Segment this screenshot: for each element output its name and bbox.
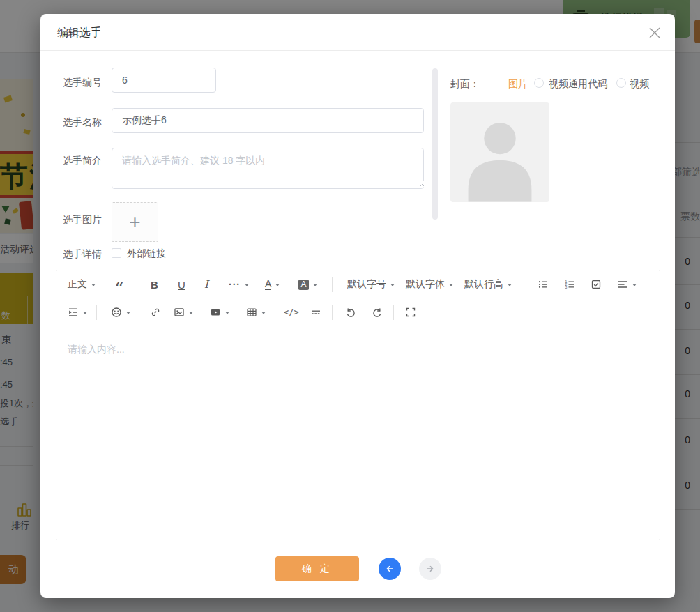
dialog-header: 编辑选手 <box>40 14 675 51</box>
cover-image-preview[interactable] <box>450 102 549 202</box>
italic-button[interactable]: I <box>204 270 208 298</box>
field-label-player-detail: 选手详情 <box>63 248 102 259</box>
page-root: 选择模板 节活 活动评选 数 束 :45 :45 投1次，最 选手 排行 动 <box>0 0 700 612</box>
arrow-left-icon <box>384 563 395 574</box>
code-icon[interactable]: </> <box>284 298 299 326</box>
bold-button[interactable]: B <box>151 270 158 298</box>
chevron-down-icon <box>313 284 317 289</box>
chevron-down-icon <box>91 284 96 289</box>
field-label-player-number: 选手编号 <box>63 77 102 88</box>
field-label-player-image: 选手图片 <box>63 214 102 225</box>
more-styles-dropdown[interactable]: ··· <box>229 270 249 298</box>
field-label-player-intro: 选手简介 <box>63 155 102 166</box>
player-number-input[interactable] <box>112 68 216 93</box>
font-size-dropdown[interactable]: 默认字号 <box>347 270 395 298</box>
indent-dropdown[interactable] <box>68 298 87 326</box>
toolbar-divider <box>526 277 526 292</box>
toolbar-divider <box>332 277 333 292</box>
chevron-down-icon <box>508 284 512 289</box>
player-name-input[interactable] <box>112 108 424 133</box>
redo-icon[interactable] <box>372 298 383 326</box>
toolbar-divider <box>96 305 97 320</box>
field-label-player-name: 选手名称 <box>63 116 102 128</box>
dialog-title: 编辑选手 <box>57 26 102 40</box>
bullet-list-icon[interactable] <box>538 270 549 298</box>
font-family-dropdown[interactable]: 默认字体 <box>406 270 453 298</box>
form-scrollbar[interactable] <box>432 68 438 220</box>
editor-content-area[interactable] <box>56 326 660 540</box>
line-height-dropdown[interactable]: 默认行高 <box>464 270 512 298</box>
rich-text-editor: 正文 “ B U I ··· A A 默认字号 默认字体 默认行高 123 <box>56 270 660 540</box>
edit-player-dialog: 编辑选手 选手编号 选手名称 选手简介 选手图片 + 选手详情 外部链接 封面：… <box>40 14 675 598</box>
cover-radio-video-label[interactable]: 视频 <box>630 78 649 91</box>
video-dropdown[interactable] <box>210 298 229 326</box>
cover-radio-embed-code-label[interactable]: 视频通用代码 <box>549 78 607 91</box>
previous-player-button[interactable] <box>379 558 401 580</box>
underline-button[interactable]: U <box>178 270 185 298</box>
arrow-right-icon <box>425 563 436 574</box>
background-color-dropdown[interactable]: A <box>298 270 317 298</box>
ordered-list-icon[interactable]: 123 <box>564 270 575 298</box>
svg-text:3: 3 <box>565 285 568 289</box>
divider-line-icon[interactable] <box>310 298 321 326</box>
next-player-button[interactable] <box>419 558 441 580</box>
confirm-button[interactable]: 确 定 <box>275 556 359 581</box>
cover-radio-video[interactable] <box>616 78 626 88</box>
emoji-dropdown[interactable] <box>111 298 130 326</box>
external-link-checkbox[interactable] <box>112 248 121 258</box>
table-dropdown[interactable] <box>246 298 266 326</box>
chevron-down-icon <box>126 312 130 316</box>
chevron-down-icon <box>261 312 266 316</box>
plus-icon: + <box>129 211 140 234</box>
todo-list-icon[interactable] <box>591 270 602 298</box>
cover-label: 封面： <box>450 78 480 89</box>
fullscreen-icon[interactable] <box>405 298 416 326</box>
external-link-label: 外部链接 <box>127 247 166 260</box>
blockquote-icon[interactable]: “ <box>114 270 123 298</box>
font-color-dropdown[interactable]: A <box>265 270 280 298</box>
toolbar-divider <box>393 305 394 320</box>
editor-toolbar: 正文 “ B U I ··· A A 默认字号 默认字体 默认行高 123 <box>56 270 660 326</box>
align-dropdown[interactable] <box>617 270 637 298</box>
cover-radio-embed-code[interactable] <box>534 78 544 88</box>
paragraph-style-dropdown[interactable]: 正文 <box>68 270 96 298</box>
chevron-down-icon <box>390 284 395 289</box>
cover-radio-image-label[interactable]: 图片 <box>508 78 528 91</box>
chevron-down-icon <box>449 284 453 289</box>
player-intro-textarea[interactable] <box>112 148 424 189</box>
chevron-down-icon <box>245 284 249 289</box>
link-icon[interactable] <box>150 298 161 326</box>
person-silhouette-icon <box>450 102 549 202</box>
close-icon[interactable] <box>647 25 662 40</box>
chevron-down-icon <box>275 284 280 289</box>
image-dropdown[interactable] <box>174 298 193 326</box>
toolbar-divider <box>137 277 137 292</box>
chevron-down-icon <box>632 284 637 289</box>
toolbar-divider <box>332 305 333 320</box>
chevron-down-icon <box>83 312 87 316</box>
chevron-down-icon <box>225 312 229 316</box>
chevron-down-icon <box>189 312 193 316</box>
image-upload-button[interactable]: + <box>112 202 158 242</box>
undo-icon[interactable] <box>345 298 356 326</box>
